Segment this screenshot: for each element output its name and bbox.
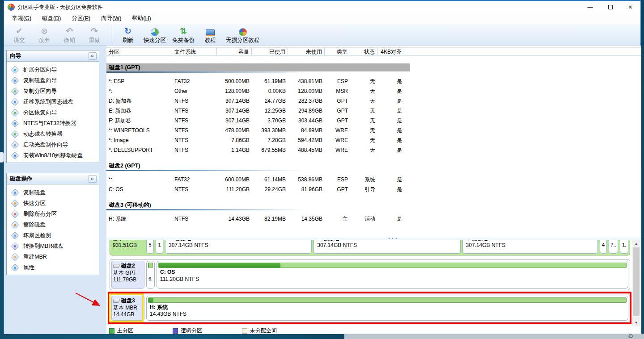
- sidebar-item[interactable]: 转换到MBR磁盘: [7, 241, 99, 251]
- sidebar-item[interactable]: 坏扇区检测: [7, 230, 99, 241]
- edge-handle[interactable]: [0, 152, 4, 163]
- sidebar-item[interactable]: 擦除磁盘: [7, 219, 99, 230]
- column-header-5[interactable]: 类型: [325, 48, 350, 55]
- partition-row[interactable]: *:FAT32600.00MB61.14MB538.86MBESP系统是: [106, 175, 641, 184]
- disk-label[interactable]: 磁盘1基本 GPT931.51GB: [111, 240, 144, 254]
- sidebar-item[interactable]: 分区恢复向导: [7, 107, 99, 118]
- cell: 594.42MB: [288, 137, 325, 143]
- partition-row[interactable]: *: WINRETOOLSNTFS478.00MB393.30MB84.69MB…: [106, 126, 641, 135]
- cell: D: 新加卷: [106, 97, 172, 105]
- partition-block[interactable]: 6.: [146, 261, 155, 289]
- disk-group-title: 磁盘1 (GPT): [109, 64, 140, 71]
- disk-graph-row[interactable]: 磁盘3基本 MBR14.44GBH: 系统14.43GB NTFS: [110, 294, 630, 322]
- maximize-button[interactable]: [600, 1, 620, 13]
- partition-row[interactable]: H: 系统NTFS14.43GB82.19MB14.35GB主活动是: [106, 214, 641, 224]
- panel-header[interactable]: 磁盘操作«: [7, 173, 99, 184]
- toolbar-button-label: 刷新: [123, 37, 134, 44]
- partition-block[interactable]: I...7..: [609, 240, 618, 254]
- scroll-down-icon[interactable]: ▼: [632, 319, 640, 326]
- column-header-3[interactable]: 已使用: [252, 48, 288, 55]
- column-header-7[interactable]: 4KB对齐: [377, 48, 404, 55]
- disk-graph-row[interactable]: 磁盘2基本 GPT111.79GB6.C: OS111.20GB NTFS: [110, 259, 630, 290]
- partition-row[interactable]: E: 新加卷NTFS307.14GB12.25GB294.89GBGPT无是: [106, 106, 641, 116]
- window-title: 分区助手专业版 - 无损分区免费软件: [17, 4, 103, 11]
- panel-header[interactable]: 向导«: [7, 50, 99, 62]
- scrollbar-thumb[interactable]: [633, 247, 640, 316]
- partition-row[interactable]: C: OSNTFS111.20GB29.24GB81.96GBGPT引导是: [106, 184, 641, 194]
- extend-partition-wizard-icon: [11, 66, 19, 74]
- partition-size: 4: [601, 242, 606, 249]
- disk-group-header[interactable]: 磁盘2 (GPT): [106, 162, 410, 170]
- partition-row[interactable]: *: ImageNTFS7.86GB7.28GB594.42MBWRE无是: [106, 135, 641, 145]
- partition-block[interactable]: 1: [156, 240, 163, 254]
- quick-partition-icon: [11, 199, 19, 207]
- partition-row[interactable]: *:Other128.00MB0.00KB128.00MBMSR无是: [106, 86, 641, 96]
- column-header-6[interactable]: 状态: [350, 48, 377, 55]
- refresh-icon: [124, 25, 131, 36]
- partition-row[interactable]: *: ESPFAT32500.00MB61.19MB438.81MBESP无是: [106, 76, 641, 86]
- sidebar-item[interactable]: 重建MBR: [7, 251, 99, 262]
- sidebar-item[interactable]: 安装Win8/10到移动硬盘: [7, 150, 99, 161]
- sidebar-item[interactable]: 复制磁盘: [7, 187, 99, 198]
- menu-item-p[interactable]: 分区(P): [66, 13, 96, 24]
- partition-block[interactable]: E: 新加卷307.14GB NTFS: [314, 240, 460, 254]
- cell: 14.43GB: [217, 216, 252, 222]
- close-button[interactable]: ✕: [620, 1, 640, 13]
- undo-icon: [66, 25, 73, 36]
- menu-item-d[interactable]: 磁盘(D): [37, 13, 66, 24]
- sidebar-item[interactable]: 扩展分区向导: [7, 64, 99, 75]
- sidebar-item[interactable]: 快速分区: [7, 198, 99, 209]
- disk-name: 磁盘2: [121, 262, 135, 270]
- cell: NTFS: [172, 186, 217, 193]
- sidebar-item[interactable]: 复制分区向导: [7, 86, 99, 96]
- partition-block[interactable]: D.1.: [620, 240, 628, 254]
- partition-block[interactable]: C: OS111.20GB NTFS: [157, 261, 628, 289]
- sidebar-item[interactable]: 复制磁盘向导: [7, 75, 99, 86]
- sidebar-item[interactable]: 启动光盘制作向导: [7, 139, 99, 150]
- column-header-4[interactable]: 未使用: [288, 48, 325, 55]
- cell: 是: [377, 117, 404, 125]
- menu-item-h[interactable]: 帮助(H): [127, 13, 156, 24]
- partition-block[interactable]: F: 新加卷307.14GB NTFS: [462, 240, 598, 254]
- menu-item-w[interactable]: 向导(W): [96, 13, 127, 24]
- panel-splitter[interactable]: •••: [106, 237, 641, 240]
- sidebar-item[interactable]: 属性: [7, 262, 99, 273]
- tutorial-button[interactable]: 教程: [198, 25, 223, 44]
- column-header-0[interactable]: 分区: [106, 48, 172, 55]
- column-header-2[interactable]: 容量: [217, 48, 252, 55]
- toolbar-button-label: 撤销: [64, 37, 75, 44]
- quick-partition-icon: [151, 28, 159, 36]
- refresh-button[interactable]: 刷新: [115, 25, 140, 44]
- disk-label[interactable]: 磁盘3基本 MBR14.44GB: [111, 296, 144, 321]
- sidebar-item[interactable]: 删除所有分区: [7, 209, 99, 219]
- toolbar: 提交放弃撤销重做刷新快速分区免费备份教程无损分区教程: [4, 24, 640, 46]
- lossless-tutorial-button[interactable]: 无损分区教程: [223, 25, 263, 44]
- partition-block[interactable]: V4: [600, 240, 607, 254]
- partition-block[interactable]: H: 系统14.43GB NTFS: [146, 296, 628, 321]
- partition-name: [147, 269, 154, 276]
- collapse-icon[interactable]: «: [89, 52, 97, 60]
- disk-group-header[interactable]: 磁盘1 (GPT): [106, 63, 410, 71]
- partition-row[interactable]: D: 新加卷NTFS307.14GB24.77GB282.37GBGPT无是: [106, 96, 641, 106]
- cell: 81.96GB: [288, 186, 325, 193]
- quick-partition-button[interactable]: 快速分区: [140, 25, 169, 44]
- sidebar-item[interactable]: 动态磁盘转换器: [7, 129, 99, 139]
- partition-row[interactable]: *: DELLSUPPORTNTFS1.14GB679.55MB488.45MB…: [106, 145, 641, 155]
- scroll-up-icon[interactable]: ▲: [632, 240, 640, 247]
- minimize-button[interactable]: —: [580, 1, 600, 13]
- graph-scrollbar[interactable]: ▲ ▼: [632, 240, 640, 326]
- column-header-1[interactable]: 文件系统: [172, 48, 217, 55]
- disk-label[interactable]: 磁盘2基本 GPT111.79GB: [111, 261, 144, 289]
- menu-item-g[interactable]: 常规(G): [7, 13, 37, 24]
- cell: 500.00MB: [217, 78, 252, 84]
- disk-group-header[interactable]: 磁盘3 (可移动的): [106, 201, 410, 209]
- free-backup-button[interactable]: 免费备份: [169, 25, 198, 44]
- partition-row[interactable]: F: 新加卷NTFS307.14GB3.70GB303.44GBGPT无是: [106, 116, 641, 126]
- disk-graph-row[interactable]: 磁盘1基本 GPT931.51GB51D: 新加卷307.14GB NTFSE:…: [110, 240, 630, 255]
- sidebar-item[interactable]: NTFS与FAT32转换器: [7, 118, 99, 129]
- partition-block[interactable]: D: 新加卷307.14GB NTFS: [165, 240, 312, 254]
- partition-block[interactable]: 5: [146, 240, 154, 254]
- cell: FAT32: [172, 176, 217, 183]
- collapse-icon[interactable]: «: [89, 175, 97, 183]
- sidebar-item[interactable]: 迁移系统到固态磁盘: [7, 96, 99, 107]
